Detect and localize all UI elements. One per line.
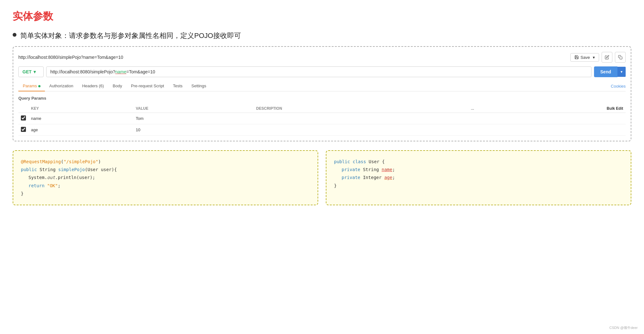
code-line-2: public String simplePojo(User user){ — [21, 166, 310, 174]
row2-checkbox[interactable] — [21, 127, 26, 132]
row1-checkbox-cell — [18, 113, 28, 124]
save-button[interactable]: Save ▾ — [570, 53, 599, 62]
url-actions: Save ▾ — [570, 52, 626, 63]
row2-checkbox-cell — [18, 124, 28, 136]
postman-panel: http://localhost:8080/simplePojo?name=To… — [13, 46, 631, 141]
row1-bulk — [479, 113, 626, 124]
tab-authorization[interactable]: Authorization — [45, 81, 78, 91]
query-params-label: Query Params — [18, 95, 626, 102]
bullet-section: 简单实体对象：请求参数名与形参对象属性名相同，定义POJO接收即可 — [13, 31, 631, 40]
bullet-text: 简单实体对象：请求参数名与形参对象属性名相同，定义POJO接收即可 — [20, 31, 241, 40]
row1-checkbox[interactable] — [21, 115, 26, 121]
svg-rect-0 — [620, 57, 622, 59]
bullet-icon — [13, 33, 16, 37]
edit-button[interactable] — [602, 52, 612, 63]
table-row: age 10 — [18, 124, 626, 136]
url-part2: =Tom&age=10 — [127, 69, 155, 74]
save-icon — [574, 55, 579, 59]
pencil-icon — [605, 55, 609, 59]
copy-icon — [618, 55, 622, 59]
method-chevron-icon: ▾ — [34, 69, 36, 74]
copy-button[interactable] — [615, 52, 626, 63]
tabs-bar: Params Authorization Headers (6) Body Pr… — [18, 81, 626, 91]
row2-description — [254, 124, 466, 136]
tab-headers[interactable]: Headers (6) — [78, 81, 108, 91]
save-chevron-icon: ▾ — [593, 55, 595, 60]
code-line-3: System.out.println(user); — [21, 174, 310, 182]
code-line-1: @RequestMapping("/simplePojo") — [21, 158, 310, 166]
cookies-link[interactable]: Cookies — [611, 81, 626, 91]
th-value: VALUE — [133, 104, 254, 113]
th-checkbox — [18, 104, 28, 113]
url-name-param: name — [115, 69, 126, 74]
row1-value: Tom — [133, 113, 254, 124]
code-panel-right: public class User { private String name;… — [326, 150, 631, 205]
tab-tests[interactable]: Tests — [169, 81, 187, 91]
url-display: http://localhost:8080/simplePojo?name=To… — [18, 55, 570, 60]
row2-value: 10 — [133, 124, 254, 136]
th-description: DESCRIPTION — [254, 104, 466, 113]
save-label: Save — [580, 55, 590, 60]
method-select[interactable]: GET ▾ — [18, 66, 44, 77]
code-line-r3: private Integer age; — [334, 174, 623, 182]
code-line-4: return "OK"; — [21, 182, 310, 190]
params-dot — [38, 85, 40, 87]
row1-more — [466, 113, 479, 124]
send-main-button[interactable]: Send — [594, 66, 617, 77]
code-line-r1: public class User { — [334, 158, 623, 166]
code-panel-left: @RequestMapping("/simplePojo") public St… — [13, 150, 318, 205]
method-label: GET — [22, 69, 32, 74]
tab-params[interactable]: Params — [18, 81, 45, 91]
th-more: ... — [466, 104, 479, 113]
tab-pre-request[interactable]: Pre-request Script — [127, 81, 169, 91]
table-row: name Tom — [18, 113, 626, 124]
url-bar: http://localhost:8080/simplePojo?name=To… — [18, 52, 626, 63]
send-button-group[interactable]: Send ▾ — [594, 66, 626, 77]
code-line-r2: private String name; — [334, 166, 623, 174]
params-table: KEY VALUE DESCRIPTION ... Bulk Edit name… — [18, 104, 626, 136]
send-dropdown-button[interactable]: ▾ — [617, 67, 626, 77]
th-bulk-edit[interactable]: Bulk Edit — [479, 104, 626, 113]
code-line-5: } — [21, 190, 310, 198]
page-title: 实体参数 — [13, 9, 631, 23]
row1-description — [254, 113, 466, 124]
tab-settings[interactable]: Settings — [187, 81, 211, 91]
url-part1: http://localhost:8080/simplePojo? — [50, 69, 115, 74]
th-key: KEY — [28, 104, 133, 113]
row2-bulk — [479, 124, 626, 136]
request-url-input[interactable]: http://localhost:8080/simplePojo?name=To… — [46, 66, 591, 77]
request-line: GET ▾ http://localhost:8080/simplePojo?n… — [18, 66, 626, 77]
code-panels: @RequestMapping("/simplePojo") public St… — [13, 150, 631, 205]
tab-body[interactable]: Body — [108, 81, 127, 91]
code-line-r4: } — [334, 182, 623, 190]
row2-more — [466, 124, 479, 136]
row2-key: age — [28, 124, 133, 136]
row1-key: name — [28, 113, 133, 124]
